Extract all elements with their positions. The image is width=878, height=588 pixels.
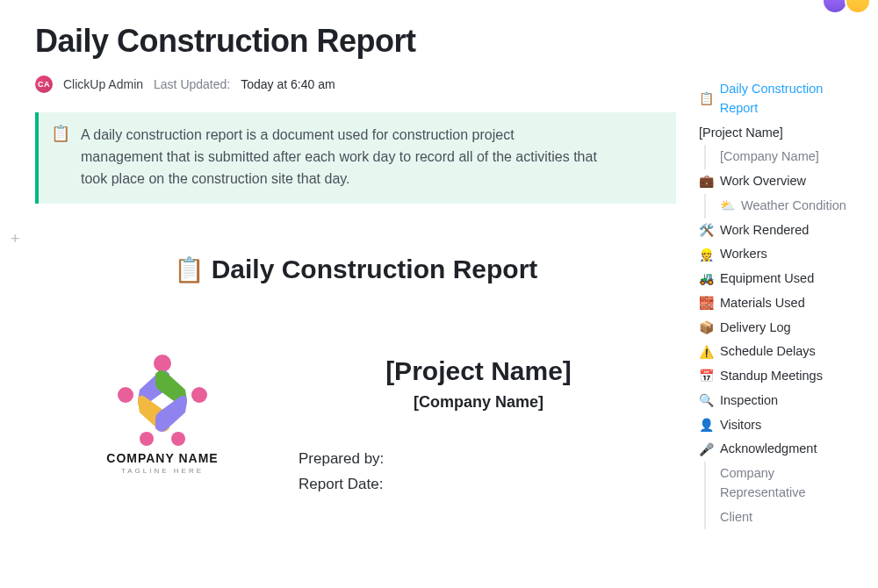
outline-item[interactable]: 👷Workers (699, 242, 862, 267)
svg-point-4 (171, 432, 185, 446)
outline-item-label: Work Overview (720, 172, 806, 191)
svg-point-3 (140, 432, 154, 446)
outline-item-icon: 👤 (699, 416, 715, 434)
outline-item-icon: 📅 (699, 367, 715, 385)
callout-block[interactable]: 📋 A daily construction report is a docum… (35, 112, 676, 204)
company-name-heading[interactable]: [Company Name] (281, 393, 676, 412)
outline-item[interactable]: Client (720, 506, 862, 530)
outline-item[interactable]: 🧱Materials Used (699, 291, 862, 316)
outline-panel: 📋Daily Construction Report[Project Name]… (685, 0, 878, 588)
author-avatar[interactable]: CA (35, 75, 53, 93)
outline-item-label: Delivery Log (720, 319, 791, 338)
outline-item-icon: ⛅ (720, 197, 736, 215)
author-name[interactable]: ClickUp Admin (63, 77, 143, 91)
outline-item[interactable]: Company Representative (720, 462, 862, 506)
outline-item-label: Standup Meetings (720, 367, 823, 386)
heading-text[interactable]: Daily Construction Report (212, 255, 538, 284)
project-name-heading[interactable]: [Project Name] (281, 356, 676, 386)
outline-item[interactable]: ⛅Weather Condition (720, 194, 862, 219)
outline-item[interactable]: 🛠️Work Rendered (699, 219, 862, 243)
updated-label: Last Updated: (154, 77, 230, 91)
outline-item-icon: 🔍 (699, 391, 715, 410)
outline-item-icon: ⚠️ (699, 343, 715, 362)
company-logo-block[interactable]: COMPANY NAME TAGLINE HERE (35, 353, 255, 475)
outline-item[interactable]: 📅Standup Meetings (699, 364, 862, 389)
outline-item-label: Client (720, 508, 752, 527)
document-heading[interactable]: 📋 Daily Construction Report (35, 255, 676, 284)
updated-value: Today at 6:40 am (241, 77, 335, 91)
report-date-field[interactable]: Report Date: (299, 472, 676, 498)
outline-item-label: Schedule Delays (720, 342, 816, 362)
outline-item-icon: 💼 (699, 172, 715, 190)
callout-text[interactable]: A daily construction report is a documen… (81, 125, 597, 190)
outline-item[interactable]: ⚠️Schedule Delays (699, 340, 862, 364)
outline-item-icon: 👷 (699, 246, 715, 264)
clipboard-icon: 📋 (174, 255, 205, 284)
outline-item-icon: 🛠️ (699, 221, 715, 240)
outline-item-label: Company Representative (720, 464, 862, 503)
outline-item-icon: 🎤 (699, 441, 715, 459)
outline-item[interactable]: 👤Visitors (699, 413, 862, 438)
document-content: Daily Construction Report CA ClickUp Adm… (0, 0, 685, 588)
logo-tagline: TAGLINE HERE (121, 467, 204, 475)
outline-item-label: Inspection (720, 391, 778, 411)
clipboard-icon: 📋 (51, 125, 70, 190)
outline-item-label: Daily Construction Report (720, 80, 862, 118)
outline-item-label: Visitors (720, 416, 761, 435)
outline-item-label: [Project Name] (699, 124, 783, 143)
outline-item[interactable]: 📦Delivery Log (699, 316, 862, 341)
outline-item[interactable]: 🔍Inspection (699, 389, 862, 413)
outline-item[interactable]: 📋Daily Construction Report (699, 77, 862, 121)
outline-item[interactable]: 💼Work Overview (699, 169, 862, 194)
outline-item[interactable]: [Company Name] (720, 145, 862, 169)
outline-item-label: [Company Name] (720, 147, 819, 167)
outline-item[interactable]: 🎤Acknowledgment (699, 437, 862, 462)
outline-item-label: Equipment Used (720, 269, 814, 289)
page-meta: CA ClickUp Admin Last Updated: Today at … (35, 75, 676, 93)
logo-company-name: COMPANY NAME (106, 451, 218, 465)
prepared-by-field[interactable]: Prepared by: (299, 447, 676, 472)
outline-item-icon: 📋 (699, 90, 715, 108)
outline-item-icon: 📦 (699, 319, 715, 337)
outline-item[interactable]: 🚜Equipment Used (699, 267, 862, 291)
svg-point-2 (191, 387, 207, 403)
outline-item-icon: 🧱 (699, 294, 715, 312)
svg-point-1 (118, 387, 133, 403)
svg-point-0 (154, 355, 171, 372)
outline-item-icon: 🚜 (699, 269, 715, 288)
outline-item-label: Weather Condition (741, 197, 846, 216)
page-title[interactable]: Daily Construction Report (35, 23, 676, 60)
outline-item[interactable]: [Project Name] (699, 121, 862, 146)
outline-item-label: Work Rendered (720, 221, 809, 240)
add-block-button[interactable]: + (11, 230, 20, 248)
logo-icon (110, 353, 215, 449)
outline-item-label: Acknowledgment (720, 440, 817, 459)
outline-item-label: Workers (720, 245, 767, 264)
outline-item-label: Materials Used (720, 294, 805, 313)
